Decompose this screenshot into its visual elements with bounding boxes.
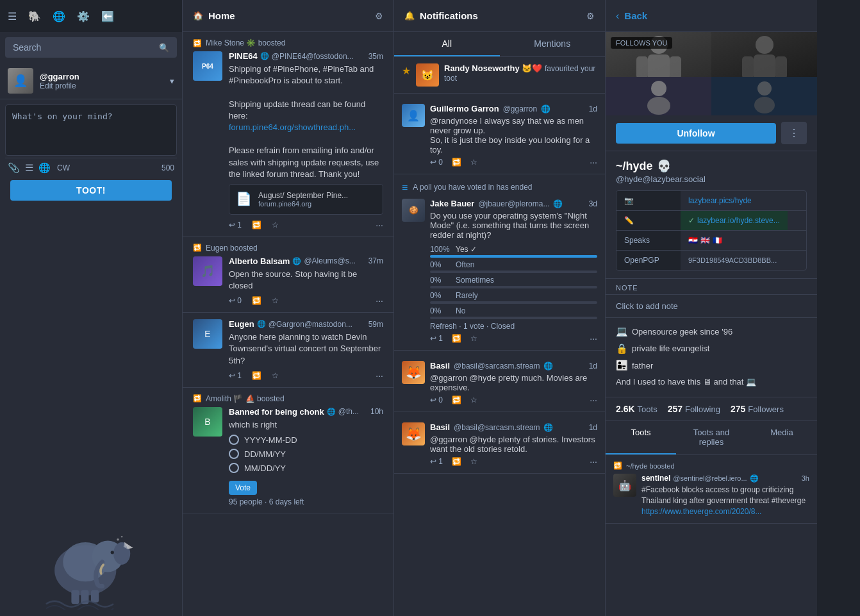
logout-icon[interactable]: ⬅️ <box>101 10 114 22</box>
bio-line: And I used to have this 🖥 and that 💻 <box>616 376 807 388</box>
more-button[interactable]: ··· <box>376 220 383 230</box>
settings-icon[interactable]: ⚙️ <box>77 10 90 22</box>
home-column: 🏠 Home ⚙ 🔁 Mike Stone ✳️ boosted P64 PIN… <box>183 0 394 616</box>
reply-button[interactable]: ↩ 0 <box>430 158 443 167</box>
more-button[interactable]: ··· <box>376 370 383 381</box>
poll-pct: 0% <box>430 276 451 285</box>
note-area[interactable]: Click to add note <box>606 295 817 318</box>
favourite-button[interactable]: ☆ <box>470 395 477 404</box>
boost-button[interactable]: 🔁 <box>252 296 261 305</box>
tab-mentions[interactable]: Mentions <box>500 32 606 56</box>
favourite-button[interactable]: ☆ <box>470 158 477 167</box>
search-input[interactable] <box>13 42 154 53</box>
tab-all[interactable]: All <box>394 32 500 56</box>
notif-details: Guillermo Garron @ggarron 🌐 1d @randynos… <box>430 104 597 167</box>
reply-button[interactable]: ↩ 1 <box>430 457 443 466</box>
reply-button[interactable]: ↩ 1 <box>229 221 242 229</box>
more-button[interactable]: ··· <box>590 157 597 167</box>
boost-icon: 🔁 <box>193 39 202 47</box>
toot-button[interactable]: TOOT! <box>10 180 172 201</box>
post-link[interactable]: forum.pine64.org/showthread.ph... <box>229 122 356 132</box>
poll-ended-header: ≡ A poll you have voted in has ended <box>402 181 597 194</box>
notif-actions: ↩ 1 🔁 ☆ ··· <box>430 456 597 467</box>
boost-icon: 🔁 <box>193 394 202 403</box>
poll-radio-2[interactable] <box>229 449 239 459</box>
profile-more-button[interactable]: ⋮ <box>781 122 807 144</box>
favourite-button[interactable]: ☆ <box>272 221 279 229</box>
unfollow-button[interactable]: Unfollow <box>616 123 776 144</box>
profile-chevron-icon[interactable]: ▾ <box>170 76 174 86</box>
status-body: B Banned for being chonk 🌐 @th... 10h wh… <box>193 407 383 506</box>
menu-icon[interactable]: ☰ <box>8 10 17 22</box>
reply-button[interactable]: ↩ 0 <box>229 296 242 305</box>
edit-profile-link[interactable]: Edit profile <box>40 81 163 90</box>
stat-followers[interactable]: 275 Followers <box>731 404 784 414</box>
globe-icon[interactable]: 🌐 <box>53 10 65 22</box>
status-actions: ↩ 1 🔁 ☆ ··· <box>229 370 383 381</box>
reply-button[interactable]: ↩ 1 <box>430 334 443 343</box>
svg-rect-16 <box>670 56 681 79</box>
vote-button[interactable]: Vote <box>229 481 257 495</box>
home-filter-icon[interactable]: ⚙ <box>375 11 383 21</box>
boost-button[interactable]: 🔁 <box>452 158 461 167</box>
poll-radio-3[interactable] <box>229 463 239 473</box>
status-card[interactable]: 📄 August/ September Pine... forum.pine64… <box>229 184 383 215</box>
elephant-icon[interactable]: 🐘 <box>28 10 41 22</box>
toot-link[interactable]: https://www.theverge.com/2020/8... <box>641 507 761 516</box>
field-label-pgp: OpenPGP <box>616 251 681 270</box>
favourite-button[interactable]: ☆ <box>470 334 477 343</box>
stat-toots[interactable]: 2.6K Toots <box>616 404 657 414</box>
boost-line: 🔁 Mike Stone ✳️ boosted <box>193 38 383 47</box>
more-button[interactable]: ··· <box>590 456 597 467</box>
favourite-button[interactable]: ☆ <box>272 371 279 380</box>
compose-toolbar: 📎 ☰ 🌐 CW 500 <box>5 158 177 178</box>
favourite-button[interactable]: ☆ <box>272 296 279 305</box>
poll-icon: ≡ <box>402 182 408 194</box>
notifications-filter-icon[interactable]: ⚙ <box>586 11 595 21</box>
reply-button[interactable]: ↩ 0 <box>430 395 443 404</box>
tab-media[interactable]: Media <box>747 421 817 454</box>
boost-by-label: Amolith 🏴 ⛵ boosted <box>206 394 285 403</box>
boost-button[interactable]: 🔁 <box>252 371 261 380</box>
field-value-verified[interactable]: ✓ lazybear.io/hyde.steve... <box>681 211 788 230</box>
field-value-pgp[interactable]: 9F3D198549ACD3BD8BB... <box>681 251 784 270</box>
poll-radio-1[interactable] <box>229 435 239 445</box>
notif-time: 3d <box>589 199 597 208</box>
favourite-button[interactable]: ☆ <box>470 457 477 466</box>
status-actions: ↩ 1 🔁 ☆ ··· <box>229 220 383 230</box>
boost-button[interactable]: 🔁 <box>252 221 261 229</box>
poll-question: Do you use your operating system's "Nigh… <box>430 211 597 240</box>
reply-button[interactable]: ↩ 1 <box>229 371 242 380</box>
search-bar[interactable]: 🔍 <box>5 37 177 58</box>
stat-following[interactable]: 257 Following <box>668 404 720 414</box>
field-value-website[interactable]: lazybear.pics/hyde <box>681 191 759 210</box>
privacy-icon[interactable]: 🌐 <box>38 162 51 174</box>
tab-toots-replies[interactable]: Toots and replies <box>676 421 747 454</box>
more-button[interactable]: ··· <box>590 333 597 344</box>
boost-button[interactable]: 🔁 <box>452 395 461 404</box>
status-item: 🔁 Eugen boosted 🎵 Alberto Balsam 🌐 @Aleu… <box>183 237 393 313</box>
home-icon: 🏠 <box>193 11 203 21</box>
back-button[interactable]: ‹ Back <box>606 0 817 32</box>
poll-bar <box>430 317 597 319</box>
format-icon[interactable]: ☰ <box>25 162 33 174</box>
attach-icon[interactable]: 📎 <box>8 162 20 174</box>
svg-point-12 <box>121 536 123 538</box>
cover-bottom-row <box>606 77 817 115</box>
profile-bio: 💻 Opensource geek since '96 🔒 private li… <box>606 318 817 397</box>
tab-toots[interactable]: Toots <box>606 421 676 454</box>
author-handle: @Gargron@mastodon... <box>269 320 352 329</box>
boost-icon: 🔁 <box>193 244 202 252</box>
cover-face-2 <box>711 77 817 115</box>
cw-button[interactable]: CW <box>57 163 70 172</box>
more-button[interactable]: ··· <box>590 395 597 405</box>
notif-body: 🦊 Basil @basil@sarcasm.stream 🌐 1d @ggar… <box>402 361 597 405</box>
more-button[interactable]: ··· <box>376 296 383 306</box>
boost-button[interactable]: 🔁 <box>452 334 461 343</box>
boost-button[interactable]: 🔁 <box>452 457 461 466</box>
post-time: 59m <box>368 320 383 329</box>
notif-text: @randynose I always say that we as men n… <box>430 116 597 154</box>
svg-point-4 <box>111 551 114 554</box>
notifications-header: 🔔 Notifications ⚙ <box>394 0 605 32</box>
compose-textarea[interactable] <box>5 104 177 156</box>
